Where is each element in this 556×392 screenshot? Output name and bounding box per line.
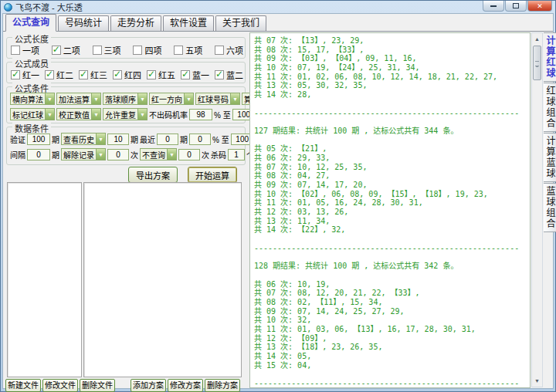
dropdown-红球号码[interactable]: 红球号码▾ xyxy=(195,93,240,105)
checkbox-box[interactable] xyxy=(79,70,88,79)
output-line: 共 13 次: 11, 34, xyxy=(254,217,530,226)
checkbox-box[interactable] xyxy=(11,70,20,79)
record-dropdown[interactable]: 解除记录▾ xyxy=(61,148,106,161)
record-input[interactable] xyxy=(107,149,129,161)
checkbox-box[interactable] xyxy=(45,70,54,79)
history-input[interactable] xyxy=(107,133,129,145)
checkbox-红四[interactable]: 红四 xyxy=(113,69,141,81)
scroll-up-icon[interactable]: ▲ xyxy=(533,34,541,44)
tab-号码统计[interactable]: 号码统计 xyxy=(58,15,109,31)
output-line: 共 05 次: 【21】, xyxy=(254,144,530,154)
dropdown-标记红球[interactable]: 标记红球▾ xyxy=(10,108,55,120)
dropdown-校正数值[interactable]: 校正数值▾ xyxy=(56,108,101,120)
export-plan-button[interactable]: 导出方案 xyxy=(128,167,178,183)
checkbox-box[interactable] xyxy=(11,46,20,55)
checkbox-box[interactable] xyxy=(93,46,102,55)
output-line xyxy=(254,136,530,145)
close-button[interactable]: ✕ xyxy=(527,1,552,12)
scroll-down-icon[interactable]: ▼ xyxy=(533,376,541,386)
checkbox-二项[interactable]: 二项 xyxy=(52,44,80,56)
output-line: 共 10 次: 【02】, 06, 08, 09, 【15】, 【18】, 19… xyxy=(254,190,530,199)
dropdown-红一方向[interactable]: 红一方向▾ xyxy=(149,93,194,105)
plan-listbox[interactable] xyxy=(83,182,242,377)
file-listbox[interactable] xyxy=(7,182,82,377)
period-label: 期 xyxy=(52,133,59,145)
checkbox-三项[interactable]: 三项 xyxy=(93,44,121,56)
dropdown-value: 允许重复 xyxy=(103,109,137,120)
checkbox-四项[interactable]: 四项 xyxy=(133,44,161,56)
side-tab-蓝球组合[interactable]: 蓝球组合 xyxy=(544,183,556,232)
period-label: 期 xyxy=(131,133,138,145)
checkbox-蓝一[interactable]: 蓝一 xyxy=(181,69,209,81)
checkbox-五项[interactable]: 五项 xyxy=(174,44,202,56)
tab-软件设置[interactable]: 软件设置 xyxy=(163,15,214,31)
checkbox-box[interactable] xyxy=(133,46,142,55)
pct-from-input[interactable] xyxy=(189,133,211,145)
checkbox-box[interactable] xyxy=(52,46,61,55)
dropdown-加法运算[interactable]: 加法运算▾ xyxy=(56,93,101,105)
tab-关于我们[interactable]: 关于我们 xyxy=(215,15,266,31)
checkbox-红二[interactable]: 红二 xyxy=(45,69,73,81)
window-title: 飞鸟不渡 - 大乐透 xyxy=(15,1,83,13)
checkbox-红三[interactable]: 红三 xyxy=(79,69,107,81)
checkbox-红五[interactable]: 红五 xyxy=(147,69,175,81)
checkbox-box[interactable] xyxy=(147,70,156,79)
output-line: 共 09 次: 07, 14, 17, 20, xyxy=(254,181,530,190)
checkbox-box[interactable] xyxy=(215,46,224,55)
output-line: 共 11 次: 01, 02, 06, 08, 10, 12, 14, 18, … xyxy=(254,73,530,82)
checkbox-六项[interactable]: 六项 xyxy=(215,44,243,56)
bottom-buttons: 新建文件修改文件删除文件 添加方案修改方案删除方案 xyxy=(5,379,242,392)
result-output[interactable]: 共 07 次: 【13】, 23, 29,共 08 次: 15, 17, 【33… xyxy=(249,32,531,388)
plan-button-删除方案[interactable]: 删除方案 xyxy=(205,379,240,392)
tab-公式查询[interactable]: 公式查询 xyxy=(5,14,56,32)
plan-button-修改方案[interactable]: 修改方案 xyxy=(168,379,203,392)
start-calc-button[interactable]: 开始运算 xyxy=(188,167,237,183)
side-tab-计算蓝球[interactable]: 计算蓝球 xyxy=(544,133,556,182)
rate-from-input[interactable] xyxy=(189,109,212,120)
checkbox-label: 六项 xyxy=(226,44,243,56)
chevron-down-icon: ▾ xyxy=(45,93,54,104)
interval-input[interactable] xyxy=(27,149,50,161)
output-line: 共 14 次: 28, xyxy=(254,90,530,100)
dropdown-允许重复[interactable]: 允许重复▾ xyxy=(103,108,147,120)
maximize-button[interactable] xyxy=(505,1,527,12)
history-dropdown[interactable]: 查看历史▾ xyxy=(61,133,106,145)
file-button-新建文件[interactable]: 新建文件 xyxy=(5,379,41,392)
kill-input[interactable] xyxy=(228,149,245,161)
checkbox-box[interactable] xyxy=(215,70,224,79)
interval-label: 间隔 xyxy=(10,149,25,161)
titlebar[interactable]: 飞鸟不渡 - 大乐透 ✕ xyxy=(1,1,555,13)
chevron-down-icon: ▾ xyxy=(96,149,105,160)
times-label: 次 xyxy=(202,149,209,161)
output-line: ----------------------------------------… xyxy=(254,109,530,118)
dropdown-value: 校正数值 xyxy=(57,109,91,120)
side-tab-计算红球[interactable]: 计算红球 xyxy=(544,32,556,82)
data-conditions-row2: 间隔 期 解除记录▾ 次 不查询▾ 次 杀码 个 xyxy=(10,148,243,161)
verify-input[interactable] xyxy=(27,133,50,145)
checkbox-一项[interactable]: 一项 xyxy=(11,44,39,56)
query-dropdown-value: 不查询 xyxy=(141,149,167,161)
dropdown-落球顺序[interactable]: 落球顺序▾ xyxy=(103,93,147,105)
checkbox-box[interactable] xyxy=(181,70,190,79)
tab-走势分析[interactable]: 走势分析 xyxy=(110,15,161,31)
checkbox-label: 红三 xyxy=(90,69,107,81)
checkbox-红一[interactable]: 红一 xyxy=(11,69,39,81)
plan-button-添加方案[interactable]: 添加方案 xyxy=(131,379,166,392)
minimize-button[interactable] xyxy=(483,1,504,12)
checkbox-box[interactable] xyxy=(113,70,122,79)
checkbox-box[interactable] xyxy=(174,46,183,55)
recent-label: 最近 xyxy=(140,133,155,145)
checkbox-蓝二[interactable]: 蓝二 xyxy=(215,69,243,81)
checkbox-label: 五项 xyxy=(185,44,202,56)
dropdown-value: 横向算法 xyxy=(11,93,45,105)
dropdown-横向算法[interactable]: 横向算法▾ xyxy=(10,93,55,105)
query-dropdown[interactable]: 不查询▾ xyxy=(140,148,177,161)
query-input[interactable] xyxy=(178,149,200,161)
formula-length-options: 一项二项三项四项五项六项 xyxy=(11,44,243,56)
side-tab-红球组合[interactable]: 红球组合 xyxy=(544,83,556,132)
output-scrollbar[interactable]: ▲ ▼ xyxy=(531,32,543,387)
recent-input[interactable] xyxy=(157,133,178,145)
scrollbar-thumb[interactable] xyxy=(533,46,541,80)
file-button-删除文件[interactable]: 删除文件 xyxy=(80,379,115,392)
file-button-修改文件[interactable]: 修改文件 xyxy=(42,379,78,392)
